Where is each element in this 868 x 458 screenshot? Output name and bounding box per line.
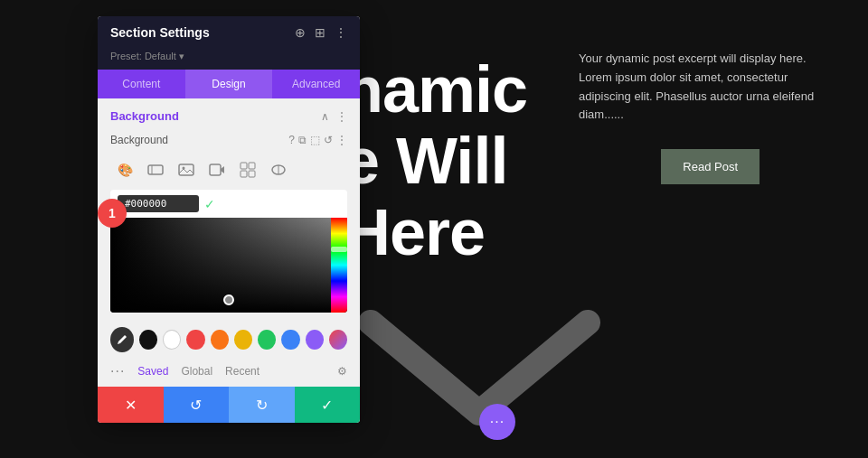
panel-footer: ✕ ↺ ↻ ✓ [98,387,360,423]
background-section-title: Background [110,109,179,123]
cancel-button[interactable]: ✕ [98,387,164,423]
svg-rect-8 [241,171,247,177]
undo-button[interactable]: ↺ [164,387,230,423]
svg-rect-2 [179,164,193,175]
color-gradient-canvas[interactable] [110,218,347,313]
global-tab[interactable]: Global [181,365,212,378]
recent-tab[interactable]: Recent [225,365,259,378]
svg-rect-4 [210,164,221,175]
bg-more-icon[interactable]: ⋮ [336,134,347,146]
redo-button[interactable]: ↻ [229,387,295,423]
color-picker: #000000 ✓ [110,190,347,313]
badge-number: 1 [98,199,127,228]
swatch-black[interactable] [139,330,157,350]
color-input-row: #000000 ✓ [110,190,347,218]
reset-icon[interactable]: ↺ [324,134,333,146]
layout-icon[interactable]: ⊞ [315,25,326,40]
hue-slider[interactable] [331,218,347,313]
color-settings-gear[interactable]: ⚙ [337,365,347,378]
svg-rect-7 [249,163,255,169]
swatch-orange[interactable] [211,330,229,350]
panel-header-icons: ⊕ ⊞ ⋮ [295,25,347,40]
background-label-row: Background ? ⧉ ⬚ ↺ ⋮ [98,130,360,154]
hex-input[interactable]: #000000 [118,195,199,212]
color-swatches-row [98,320,360,360]
tab-design[interactable]: Design [185,70,273,98]
background-label: Background [110,134,168,146]
paste-icon[interactable]: ⬚ [310,134,320,146]
hero-text: namice WillHere [344,54,527,269]
help-icon[interactable]: ? [288,134,295,146]
svg-rect-0 [148,165,163,174]
swatch-yellow[interactable] [234,330,252,350]
confirm-button[interactable]: ✓ [295,387,361,423]
swatch-blue[interactable] [281,330,299,350]
section-more-icon[interactable]: ⋮ [336,110,347,123]
svg-rect-9 [249,171,255,177]
tab-advanced[interactable]: Advanced [272,70,360,98]
target-icon[interactable]: ⊕ [295,25,306,40]
color-selector-dot[interactable] [223,294,234,305]
swatch-red[interactable] [186,330,204,350]
post-excerpt: Your dynamic post excerpt will display h… [579,50,832,125]
swatch-white[interactable] [163,330,181,350]
gradient-bg-button[interactable] [141,157,170,182]
swatch-purple[interactable] [306,330,324,350]
background-type-row: 🎨 [98,154,360,190]
mask-bg-button[interactable] [264,157,293,182]
excerpt-text: Your dynamic post excerpt will display h… [579,51,814,121]
purple-dots-button[interactable]: ··· [479,404,515,440]
background-control-icons: ? ⧉ ⬚ ↺ ⋮ [288,134,347,146]
eyedropper-button[interactable] [110,327,134,352]
tab-content[interactable]: Content [98,70,185,98]
panel-body: Background ∧ ⋮ Background ? ⧉ ⬚ ↺ ⋮ 🎨 [98,98,360,387]
video-bg-button[interactable] [203,157,231,182]
more-colors-button[interactable]: ··· [110,363,125,379]
background-section-header: Background ∧ ⋮ [98,98,360,130]
pattern-bg-button[interactable] [233,157,262,182]
color-tabs-row: ··· Saved Global Recent ⚙ [98,360,360,387]
panel-header: Section Settings ⊕ ⊞ ⋮ [98,16,360,49]
section-settings-panel: Section Settings ⊕ ⊞ ⋮ Preset: Default ▾… [98,16,360,423]
swatch-green[interactable] [258,330,276,350]
panel-title: Section Settings [110,25,210,40]
swatch-gradient[interactable] [329,330,347,350]
hue-thumb [331,247,347,252]
section-header-icons: ∧ ⋮ [321,110,347,123]
collapse-icon[interactable]: ∧ [321,110,329,123]
more-icon[interactable]: ⋮ [335,25,347,40]
panel-tabs: Content Design Advanced [98,70,360,98]
svg-rect-6 [241,163,247,169]
color-bg-button[interactable]: 🎨 [110,157,139,182]
saved-tab[interactable]: Saved [137,365,168,378]
panel-preset[interactable]: Preset: Default ▾ [98,49,360,70]
confirm-color-icon[interactable]: ✓ [204,197,215,211]
read-post-button[interactable]: Read Post [661,149,760,184]
copy-icon[interactable]: ⧉ [298,134,307,146]
image-bg-button[interactable] [172,157,201,182]
